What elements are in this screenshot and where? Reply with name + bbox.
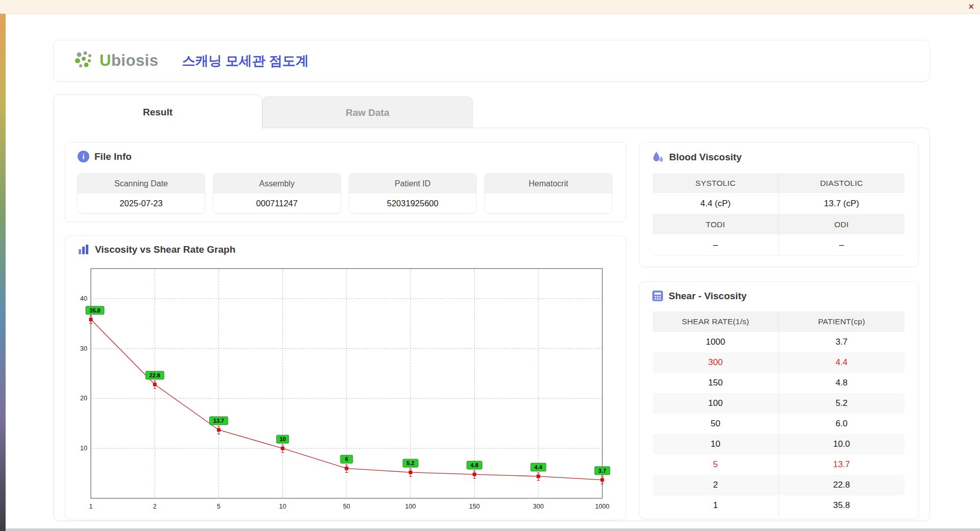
todi-header: TODI <box>653 214 779 234</box>
table-row: TODI ODI <box>653 214 904 234</box>
svg-text:20: 20 <box>80 395 87 402</box>
graph-card: Viscosity vs Shear Rate Graph 1020304012… <box>65 235 626 520</box>
field-value: 52031925600 <box>349 194 476 213</box>
patient-viscosity-cell: 4.4 <box>779 352 905 373</box>
ubiosis-logo: Ubiosis <box>72 50 158 72</box>
field-scanning-date: Scanning Date 2025-07-23 <box>77 173 205 213</box>
field-label: Scanning Date <box>78 174 205 194</box>
field-label: Assembly <box>213 174 340 194</box>
shear-rate-column-header: SHEAR RATE(1/s) <box>653 311 779 332</box>
blood-viscosity-title: Blood Viscosity <box>669 152 742 163</box>
shear-rate-cell: 1000 <box>653 332 779 352</box>
viscosity-chart: 102030401251050100150300100035.822.813.7… <box>72 260 614 516</box>
svg-text:10: 10 <box>279 503 286 510</box>
svg-text:13.7: 13.7 <box>213 418 224 424</box>
shear-viscosity-header: Shear - Viscosity <box>640 282 918 302</box>
logo-dots-icon <box>72 50 95 72</box>
file-info-card: i File Info Scanning Date 2025-07-23 Ass… <box>65 142 626 222</box>
shear-rate-cell: 50 <box>653 414 779 434</box>
field-hematocrit: Hematocrit <box>484 173 612 213</box>
patient-viscosity-cell: 3.7 <box>779 332 905 352</box>
svg-text:22.8: 22.8 <box>150 372 160 378</box>
file-info-fields: Scanning Date 2025-07-23 Assembly 000711… <box>77 173 612 213</box>
shear-rate-cell: 100 <box>653 393 779 414</box>
svg-text:1000: 1000 <box>595 503 609 510</box>
window-titlebar: × <box>0 0 980 14</box>
patient-viscosity-cell: 22.8 <box>779 475 905 495</box>
table-row: 135.8 <box>653 495 904 516</box>
diastolic-value: 13.7 (cP) <box>779 193 905 214</box>
table-row: SYSTOLIC DIASTOLIC <box>653 173 904 193</box>
patient-viscosity-cell: 10.0 <box>779 434 905 454</box>
table-row: 4.4 (cP) 13.7 (cP) <box>653 193 904 214</box>
page-title: 스캐닝 모세관 점도계 <box>182 52 308 70</box>
table-row: 222.8 <box>653 475 904 495</box>
table-row: 1005.2 <box>653 393 904 414</box>
tab-raw-data-label: Raw Data <box>346 107 389 118</box>
info-icon: i <box>78 151 89 162</box>
svg-text:35.8: 35.8 <box>89 307 100 313</box>
close-icon[interactable]: × <box>968 1 974 13</box>
svg-text:6: 6 <box>345 456 348 462</box>
patient-viscosity-cell: 35.8 <box>779 495 905 516</box>
table-header-row: SHEAR RATE(1/s) PATIENT(cp) <box>653 311 904 332</box>
systolic-header: SYSTOLIC <box>653 173 779 193</box>
patient-column-header: PATIENT(cp) <box>779 311 905 332</box>
svg-text:30: 30 <box>80 345 87 352</box>
svg-text:3.7: 3.7 <box>598 468 606 474</box>
patient-viscosity-cell: 13.7 <box>779 454 905 475</box>
field-label: Hematocrit <box>485 174 612 194</box>
field-value: 000711247 <box>213 194 340 213</box>
svg-text:10: 10 <box>80 445 87 452</box>
blood-viscosity-card: Blood Viscosity SYSTOLIC DIASTOLIC 4.4 (… <box>639 142 919 267</box>
field-value <box>485 194 612 213</box>
desktop-edge <box>0 13 6 531</box>
field-assembly: Assembly 000711247 <box>213 173 341 213</box>
shear-viscosity-card: Shear - Viscosity SHEAR RATE(1/s) PATIEN… <box>639 281 919 519</box>
field-label: Patient ID <box>349 174 476 194</box>
svg-text:150: 150 <box>469 503 480 510</box>
file-info-title: File Info <box>94 151 132 162</box>
patient-viscosity-cell: 4.8 <box>779 373 905 393</box>
shear-rate-cell: 300 <box>653 352 779 373</box>
bar-chart-icon <box>78 244 90 255</box>
shear-rate-cell: 5 <box>653 454 779 475</box>
table-row: 1504.8 <box>653 373 904 393</box>
diastolic-header: DIASTOLIC <box>779 173 905 193</box>
table-row: – – <box>653 234 904 256</box>
tab-result[interactable]: Result <box>53 94 262 129</box>
patient-viscosity-cell: 5.2 <box>779 393 905 414</box>
shear-viscosity-title: Shear - Viscosity <box>669 291 747 302</box>
shear-viscosity-table: SHEAR RATE(1/s) PATIENT(cp) 10003.73004.… <box>653 311 904 516</box>
logo-text: Ubiosis <box>100 52 158 70</box>
svg-text:4.4: 4.4 <box>534 464 543 470</box>
shear-rate-cell: 10 <box>653 434 779 454</box>
svg-text:40: 40 <box>80 295 87 302</box>
calculator-grid-icon <box>652 290 664 302</box>
blood-viscosity-table: SYSTOLIC DIASTOLIC 4.4 (cP) 13.7 (cP) TO… <box>653 173 904 256</box>
svg-text:100: 100 <box>405 503 416 510</box>
table-row: 10003.7 <box>653 332 904 352</box>
table-row: 3004.4 <box>653 352 904 373</box>
field-value: 2025-07-23 <box>78 194 205 213</box>
svg-text:10: 10 <box>280 436 286 442</box>
graph-header: Viscosity vs Shear Rate Graph <box>65 236 626 255</box>
patient-viscosity-cell: 6.0 <box>779 414 905 434</box>
tab-raw-data[interactable]: Raw Data <box>262 96 473 128</box>
droplets-icon <box>652 151 664 164</box>
field-patient-id: Patient ID 52031925600 <box>349 173 477 213</box>
header: Ubiosis 스캐닝 모세관 점도계 <box>53 40 930 82</box>
odi-header: ODI <box>779 214 905 234</box>
graph-title: Viscosity vs Shear Rate Graph <box>95 244 235 255</box>
todi-value: – <box>653 234 779 256</box>
shear-table-body: 10003.73004.41504.81005.2506.01010.0513.… <box>653 332 904 516</box>
tab-result-label: Result <box>143 107 173 118</box>
shear-rate-cell: 1 <box>653 495 779 516</box>
svg-text:5: 5 <box>217 503 220 510</box>
shear-rate-cell: 150 <box>653 373 779 393</box>
app-window: × Ubiosis 스캐닝 모세관 점도계 Result Raw Data <box>0 0 980 531</box>
table-row: 506.0 <box>653 414 904 434</box>
table-row: 1010.0 <box>653 434 904 454</box>
content-panel: i File Info Scanning Date 2025-07-23 Ass… <box>53 128 930 521</box>
file-info-header: i File Info <box>65 142 626 162</box>
